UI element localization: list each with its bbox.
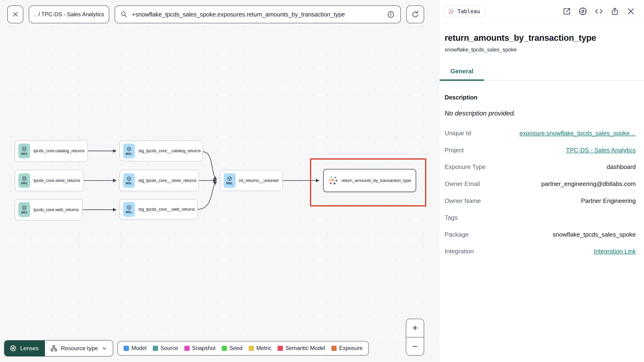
legend-item-snapshot: Snapshot xyxy=(184,345,216,351)
search-input[interactable] xyxy=(132,11,383,18)
node-source-store-returns[interactable]: SRC tpcds_core.store_returns xyxy=(15,170,84,191)
zoom-out-button[interactable]: − xyxy=(406,337,424,355)
legend-item-seed: Seed xyxy=(222,345,242,351)
database-icon xyxy=(22,205,27,211)
cube-icon xyxy=(227,176,232,182)
source-badge: SRC xyxy=(18,202,30,217)
breadcrumb[interactable]: .. / TPC-DS - Sales Analytics xyxy=(29,6,109,24)
legend-item-model: Model xyxy=(124,345,146,351)
legend-item-metric: Metric xyxy=(248,345,272,351)
field-row-owner-name: Owner Name Partner Engineering xyxy=(445,192,636,209)
cube-icon xyxy=(126,176,132,182)
model-badge: MDL xyxy=(123,202,135,217)
lineage-canvas[interactable]: SRC tpcds_core.catalog_returns SRC tpcds… xyxy=(0,0,439,362)
refresh-lineage-button[interactable] xyxy=(406,6,424,24)
node-label: return_amounts_by_transaction_type xyxy=(341,178,411,183)
field-row-unique-id: Unique Id exposure.snowflake_tpcds_sales… xyxy=(445,125,636,142)
cube-icon xyxy=(126,205,132,210)
field-row-exposure-type: Exposure Type dashboard xyxy=(445,159,636,175)
description-label: Description xyxy=(445,94,636,101)
exposure-color-swatch xyxy=(332,346,337,351)
node-model-int-returns-unioned[interactable]: MDL int_returns__unioned xyxy=(220,170,282,191)
chevron-down-icon xyxy=(101,345,107,351)
lenses-control-group: Lenses Resource type xyxy=(4,340,113,356)
info-icon[interactable] xyxy=(387,10,395,19)
model-color-swatch xyxy=(124,346,129,351)
lenses-aperture-icon xyxy=(10,344,17,352)
panel-toolbar-icons xyxy=(562,6,636,16)
zoom-in-button[interactable]: + xyxy=(406,319,424,337)
node-model-stg-catalog-returns[interactable]: MDL stg_tpcds_core__catalog_returns xyxy=(120,141,203,161)
details-fields: Unique Id exposure.snowflake_tpcds_sales… xyxy=(445,125,636,260)
node-label: tpcds_core.store_returns xyxy=(34,178,80,183)
field-row-package: Package snowflake_tpcds_sales_spoke xyxy=(445,226,636,243)
node-model-stg-store-returns[interactable]: MDL stg_tpcds_core__store_returns xyxy=(120,170,199,191)
node-label: stg_tpcds_core__web_returns xyxy=(138,207,195,212)
node-source-web-returns[interactable]: SRC tpcds_core.web_returns xyxy=(15,199,82,221)
resource-details-panel: Tableau return_am xyxy=(439,0,644,362)
node-model-stg-web-returns[interactable]: MDL stg_tpcds_core__web_returns xyxy=(120,199,198,220)
field-row-project: Project TPC-DS - Sales Analytics xyxy=(445,142,636,159)
node-exposure-return-amounts-by-transaction-type[interactable]: return_amounts_by_transaction_type xyxy=(323,169,416,192)
lenses-button[interactable]: Lenses xyxy=(4,340,45,356)
node-label: stg_tpcds_core__store_returns xyxy=(138,178,196,183)
project-link[interactable]: TPC-DS - Sales Analytics xyxy=(566,147,636,154)
source-badge: SRC xyxy=(18,143,30,158)
exposure-type-value: dashboard xyxy=(606,163,636,171)
resource-type-legend: Model Source Snapshot Seed Metric Semant… xyxy=(118,341,369,356)
explore-lineage-button[interactable] xyxy=(578,6,588,16)
integration-link[interactable]: Integration Link xyxy=(594,248,636,255)
dbt-explorer-lineage-app: SRC tpcds_core.catalog_returns SRC tpcds… xyxy=(0,0,644,362)
owner-name-value: Partner Engineering xyxy=(581,197,636,205)
database-icon xyxy=(22,146,27,152)
lineage-topbar: .. / TPC-DS - Sales Analytics xyxy=(7,6,424,24)
field-row-tags: Tags xyxy=(445,209,636,226)
close-icon xyxy=(626,7,636,16)
cube-icon xyxy=(126,146,132,152)
field-row-integration: Integration Integration Link xyxy=(445,243,636,260)
resource-type-dropdown[interactable]: Resource type xyxy=(45,340,113,356)
external-link-icon xyxy=(562,7,571,16)
field-row-owner-email: Owner Email partner_engineering@dbtlabs.… xyxy=(445,175,636,193)
tab-general[interactable]: General xyxy=(440,68,484,80)
source-color-swatch xyxy=(153,346,158,351)
resource-package-subtitle: snowflake_tpcds_sales_spoke xyxy=(445,46,638,53)
open-external-link-button[interactable] xyxy=(562,6,572,16)
legend-item-exposure: Exposure xyxy=(332,345,363,351)
model-badge: MDL xyxy=(123,173,135,188)
snapshot-color-swatch xyxy=(184,346,190,351)
resource-type-icon xyxy=(50,344,58,352)
node-label: stg_tpcds_core__catalog_returns xyxy=(138,148,200,153)
close-lineage-button[interactable] xyxy=(7,6,23,24)
panel-toolbar: Tableau xyxy=(439,0,644,23)
model-badge: MDL xyxy=(224,173,236,188)
model-badge: MDL xyxy=(123,143,135,158)
panel-header: return_amounts_by_transaction_type snowf… xyxy=(439,23,644,53)
database-icon xyxy=(22,176,27,182)
node-label: tpcds_core.web_returns xyxy=(34,207,78,212)
metric-color-swatch xyxy=(248,346,254,351)
view-code-button[interactable] xyxy=(594,6,604,16)
tableau-integration-chip[interactable]: Tableau xyxy=(444,6,485,17)
tableau-logo-icon xyxy=(448,8,454,15)
close-panel-button[interactable] xyxy=(626,6,636,16)
panel-content: Description No description provided. Uni… xyxy=(439,81,644,260)
close-icon xyxy=(12,10,19,18)
compass-icon xyxy=(578,7,588,16)
seed-color-swatch xyxy=(222,346,227,351)
source-badge: SRC xyxy=(18,173,30,188)
owner-email-value: partner_engineering@dbtlabs.com xyxy=(541,180,636,188)
description-value: No description provided. xyxy=(445,110,636,117)
share-icon xyxy=(610,7,619,16)
package-value: snowflake_tpcds_sales_spoke xyxy=(553,231,636,238)
node-source-catalog-returns[interactable]: SRC tpcds_core.catalog_returns xyxy=(15,140,88,162)
legend-item-semantic-model: Semantic Model xyxy=(278,345,325,351)
refresh-icon xyxy=(411,10,420,19)
semantic-model-color-swatch xyxy=(278,346,283,351)
unique-id-link[interactable]: exposure.snowflake_tpcds_sales_spoke… xyxy=(520,130,636,137)
node-label: tpcds_core.catalog_returns xyxy=(34,148,84,153)
legend-item-source: Source xyxy=(153,345,178,351)
search-icon xyxy=(120,11,128,18)
panel-tabs: General xyxy=(439,68,644,81)
share-button[interactable] xyxy=(610,6,620,16)
